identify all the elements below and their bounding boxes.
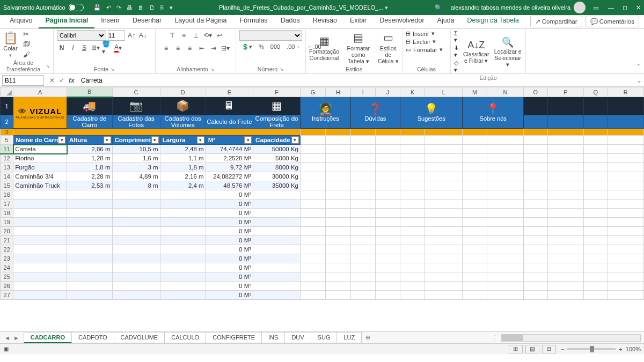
newfile-icon[interactable]: 🗋 [149,4,155,11]
table-cell[interactable] [160,236,206,245]
font-color-button[interactable]: A▾ [113,43,123,53]
autosave-toggle[interactable]: Salvamento Automático [3,4,84,11]
comments-button[interactable]: 💬 Comentários [586,16,639,27]
table-cell[interactable]: Caminhão 3/4 [13,172,67,181]
sheet-nav-next-icon[interactable]: ► [13,335,19,341]
quickprint-icon[interactable]: 🖶 [127,4,133,11]
touchmode-icon[interactable]: ⎘ [160,4,164,11]
sheet-tab-cadcarro[interactable]: CADCARRO [24,332,72,343]
row-header-17[interactable]: 17 [1,200,13,209]
tab-desenhar[interactable]: Desenhar [126,14,168,28]
increase-decimal-icon[interactable]: .00→ [284,43,303,51]
undo-icon[interactable]: ↶ [106,4,111,11]
col-header-M[interactable]: M [463,87,487,97]
table-cell[interactable]: Caminhão Truck [13,181,67,190]
fill-color-button[interactable]: 🪣▾ [102,43,112,53]
tab-revisão[interactable]: Revisão [306,14,343,28]
col-header-A[interactable]: A [13,87,67,97]
zoom-level[interactable]: 100% [626,346,641,352]
page-layout-view-button[interactable]: ▤ [525,345,539,353]
dialog-launcher-icon[interactable]: ↘ [210,67,215,72]
table-cell[interactable] [112,200,160,209]
zoom-out-button[interactable]: − [561,346,564,352]
filter-dropdown-icon[interactable]: ▾ [244,136,252,144]
table-cell[interactable] [67,209,112,218]
table-cell[interactable] [67,227,112,236]
font-size-input[interactable] [108,30,125,41]
sheet-tab-duv[interactable]: DUV [284,332,311,343]
table-cell[interactable] [160,218,206,227]
table-cell[interactable] [160,200,206,209]
table-cell[interactable]: 50000 Kg [253,145,301,154]
row-header-11[interactable]: 11 [1,145,13,154]
redo-icon[interactable]: ↷ [116,4,121,11]
filter-dropdown-icon[interactable]: ▾ [197,136,204,144]
row-header-21[interactable]: 21 [1,236,13,245]
insert-function-icon[interactable]: fx [69,77,75,84]
table-cell[interactable] [160,254,206,263]
table-cell[interactable]: 3 m [112,163,160,172]
align-bottom-icon[interactable]: ⊥ [191,30,201,41]
formula-input[interactable] [78,75,634,86]
table-cell[interactable] [160,263,206,272]
close-button[interactable]: ✕ [636,4,641,11]
share-button[interactable]: ↗ Compartilhar [530,16,582,27]
sort-filter-button[interactable]: A↓ZClassificar e Filtrar ▾ [463,40,489,64]
normal-view-button[interactable]: ⊞ [509,345,523,353]
nav-item[interactable]: Composição do Frete [253,115,301,129]
table-header[interactable]: Comprimento▾ [112,136,160,145]
table-cell[interactable] [253,272,301,282]
table-cell[interactable] [13,236,67,245]
table-cell[interactable] [160,245,206,254]
sheet-tab-calculo[interactable]: CALCULO [164,332,206,343]
table-cell[interactable] [13,209,67,218]
user-account[interactable]: alexsandro tabosa mendes de oliveira oli… [451,2,586,13]
table-cell[interactable] [160,209,206,218]
table-cell[interactable] [13,245,67,254]
table-cell[interactable] [67,236,112,245]
format-cells-button[interactable]: ▭ Formatar ▾ [406,46,443,53]
table-cell[interactable]: 2,16 m [160,172,206,181]
expand-formula-bar-icon[interactable]: ⌄ [634,77,644,84]
table-cell[interactable] [13,190,67,200]
table-cell[interactable] [67,245,112,254]
table-header[interactable]: Capacidade▾ [253,136,301,145]
table-cell[interactable]: 1,1 m [160,154,206,163]
clear-icon[interactable]: ◇ ▾ [454,60,459,73]
printpreview-icon[interactable]: 🗎 [138,4,144,11]
maximize-button[interactable]: ◻ [623,4,627,11]
save-icon[interactable]: 💾 [93,4,101,11]
table-cell[interactable] [67,200,112,209]
table-cell[interactable]: 2,86 m [67,145,112,154]
table-cell[interactable] [253,282,301,291]
table-cell[interactable]: Fiorino [13,154,67,163]
table-cell[interactable]: 9,72 M³ [206,163,253,172]
row-header-12[interactable]: 12 [1,154,13,163]
tab-fórmulas[interactable]: Fórmulas [233,14,274,28]
dialog-launcher-icon[interactable]: ↘ [46,63,50,69]
row-header-27[interactable]: 27 [1,291,13,300]
file-name[interactable]: Planilha_de_Fretes_Cubado_por_Caminhão_V… [178,4,429,11]
decrease-font-icon[interactable]: A↓ [138,31,148,40]
align-center-icon[interactable]: ≡ [173,43,184,54]
filter-dropdown-icon[interactable]: ▾ [104,136,111,144]
table-cell[interactable]: Furgão [13,163,67,172]
merge-button[interactable]: ⊟▾ [220,43,231,54]
autosum-icon[interactable]: Σ ▾ [454,30,459,43]
insert-cells-button[interactable]: ⊞ Inserir ▾ [406,30,435,37]
table-cell[interactable]: 2,48 m [160,145,206,154]
table-cell[interactable] [253,190,301,200]
table-cell[interactable] [112,209,160,218]
row-header-1[interactable]: 1 [1,97,13,115]
increase-font-icon[interactable]: A↑ [127,31,136,40]
table-cell[interactable] [160,282,206,291]
row-header-13[interactable]: 13 [1,163,13,172]
col-header-I[interactable]: I [350,87,375,97]
table-header[interactable]: Nome do Carro▾ [13,136,67,145]
row-header-14[interactable]: 14 [1,172,13,181]
col-header-D[interactable]: D [160,87,206,97]
col-header-B[interactable]: B [67,87,112,97]
orientation-icon[interactable]: ⟲▾ [202,30,213,41]
percent-icon[interactable]: % [257,43,266,51]
zoom-in-button[interactable]: + [619,346,622,352]
